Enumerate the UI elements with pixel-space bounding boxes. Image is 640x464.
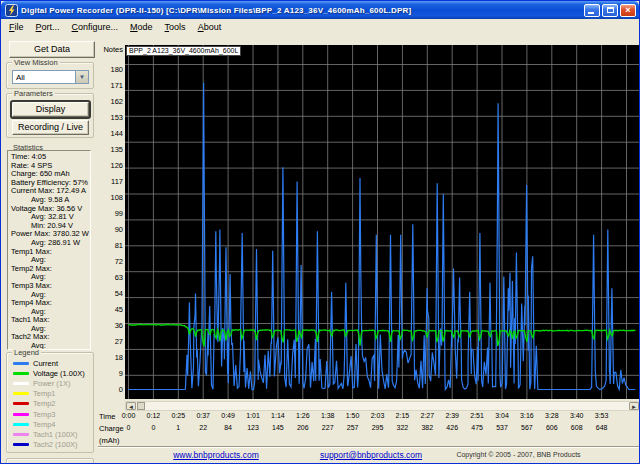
legend-item-current[interactable]: Current — [13, 358, 58, 368]
time-tick-label: 2:15 — [389, 412, 415, 419]
time-tick-label: 1:14 — [265, 412, 291, 419]
legend-item-label: Tach2 (100X) — [33, 440, 78, 449]
stat-row: Tach2 Max: — [11, 333, 90, 342]
charge-tick-label: 606 — [539, 424, 565, 431]
legend-swatch-icon — [13, 413, 29, 416]
menu-item-port[interactable]: Port... — [30, 21, 66, 33]
y-tick-label: 162 — [96, 97, 123, 106]
footer-divider — [98, 446, 639, 448]
time-tick-label: 3:16 — [514, 412, 540, 419]
charge-tick-label: 567 — [514, 424, 540, 431]
charge-tick-label: 322 — [389, 424, 415, 431]
legend-item-label: Temp2 — [33, 399, 56, 408]
y-tick-label: 36 — [96, 321, 123, 330]
chart-canvas — [125, 45, 640, 399]
time-tick-label: 1:50 — [340, 412, 366, 419]
time-tick-label: 1:01 — [240, 412, 266, 419]
copyright-text: Copyright © 2005 - 2007, BNB Products — [431, 451, 606, 458]
charge-tick-label: 426 — [439, 424, 465, 431]
y-tick-label: 27 — [96, 337, 123, 346]
minimize-button[interactable] — [584, 4, 600, 17]
stat-row: Temp3 Max: — [11, 282, 90, 291]
menu-item-about[interactable]: About — [192, 21, 228, 33]
legend-item-label: Power (1X) — [33, 379, 71, 388]
get-data-button[interactable]: Get Data — [9, 41, 95, 58]
mission-select[interactable]: All ▼ — [12, 70, 89, 84]
scroll-right-icon[interactable]: ► — [629, 402, 639, 410]
charge-tick-label: 123 — [240, 424, 266, 431]
recording-live-button[interactable]: Recording / Live — [12, 120, 89, 135]
scrollbar-track[interactable] — [145, 402, 629, 410]
legend-item-tach1[interactable]: Tach1 (100X) — [13, 429, 78, 439]
y-tick-label: 54 — [96, 289, 123, 298]
scrollbar-thumb[interactable] — [137, 402, 145, 410]
legend-swatch-icon — [13, 423, 29, 426]
time-tick-label: 3:04 — [489, 412, 515, 419]
time-tick-label: 1:38 — [315, 412, 341, 419]
email-link[interactable]: support@bnbproducts.com — [291, 450, 451, 460]
charge-tick-label: 145 — [265, 424, 291, 431]
statistics-panel: Time: 4:05Rate: 4 SPSCharge: 650 mAhBatt… — [7, 150, 91, 350]
title-bar[interactable]: Digital Power Recorder (DPR-II-150) [C:\… — [1, 1, 639, 19]
menu-bar: FilePort...Configure...ModeToolsAbout — [1, 19, 639, 34]
time-tick-label: 3:28 — [539, 412, 565, 419]
menu-item-mode[interactable]: Mode — [124, 21, 159, 33]
menu-item-tools[interactable]: Tools — [159, 21, 192, 33]
charge-tick-label: 1 — [165, 424, 191, 431]
website-link[interactable]: www.bnbproducts.com — [136, 450, 296, 460]
menu-item-configure[interactable]: Configure... — [66, 21, 125, 33]
time-tick-label: 2:39 — [439, 412, 465, 419]
legend-swatch-icon — [13, 362, 29, 365]
app-window: { "window": { "title": "Digital Power Re… — [0, 0, 640, 464]
charge-tick-label: 257 — [340, 424, 366, 431]
y-tick-label: 117 — [96, 177, 123, 186]
charge-tick-label: 84 — [215, 424, 241, 431]
display-button[interactable]: Display — [12, 102, 89, 117]
charge-tick-label: 382 — [414, 424, 440, 431]
legend-item-tach2[interactable]: Tach2 (100X) — [13, 440, 78, 450]
y-tick-label: 18 — [96, 353, 123, 362]
stat-row: Tach1 Max: — [11, 316, 90, 325]
chart-hscrollbar[interactable]: ◄ ► — [125, 401, 640, 411]
y-tick-label: 153 — [96, 113, 123, 122]
scroll-left-icon[interactable]: ◄ — [126, 402, 136, 410]
time-tick-label: 2:03 — [365, 412, 391, 419]
legend-item-label: Temp4 — [33, 420, 56, 429]
sidebar-bottom-group — [6, 458, 94, 464]
legend-item-power[interactable]: Power (1X) — [13, 378, 71, 388]
charge-tick-label: 608 — [564, 424, 590, 431]
legend-item-temp2[interactable]: Temp2 — [13, 399, 56, 409]
legend-item-label: Current — [33, 359, 58, 368]
y-tick-label: 9 — [96, 369, 123, 378]
time-tick-label: 2:51 — [464, 412, 490, 419]
close-button[interactable]: × — [620, 4, 636, 17]
time-tick-label: 3:40 — [564, 412, 590, 419]
y-tick-label: 126 — [96, 161, 123, 170]
view-mission-label: View Mission — [12, 58, 60, 67]
minimize-icon — [588, 12, 594, 14]
charge-tick-label: 295 — [365, 424, 391, 431]
legend-swatch-icon — [13, 402, 29, 405]
legend-item-temp4[interactable]: Temp4 — [13, 419, 56, 429]
legend-item-temp3[interactable]: Temp3 — [13, 409, 56, 419]
chart-plot[interactable]: BPP_2 A123_36V_4600mAh_600L — [125, 45, 640, 399]
parameters-label: Parameters — [12, 89, 55, 98]
notes-label: Notes — [96, 45, 123, 54]
restore-icon — [607, 7, 614, 13]
legend-item-label: Temp1 — [33, 389, 56, 398]
stat-row: Temp2 Max: — [11, 265, 90, 274]
charge-tick-label: 0 — [116, 424, 142, 431]
legend-item-label: Tach1 (100X) — [33, 430, 78, 439]
legend-item-temp1[interactable]: Temp1 — [13, 389, 56, 399]
charge-tick-label: 22 — [190, 424, 216, 431]
legend-group: Legend CurrentVoltage (1.00X)Power (1X)T… — [6, 352, 94, 453]
charge-tick-label: 206 — [290, 424, 316, 431]
legend-item-voltage[interactable]: Voltage (1.00X) — [13, 368, 85, 378]
chart-title: BPP_2 A123_36V_4600mAh_600L — [126, 46, 241, 56]
chevron-down-icon[interactable]: ▼ — [75, 71, 88, 83]
restore-button[interactable] — [602, 4, 618, 17]
charge-tick-label: 0 — [140, 424, 166, 431]
legend-swatch-icon — [13, 392, 29, 395]
menu-item-file[interactable]: File — [3, 21, 30, 33]
app-icon — [5, 4, 18, 17]
